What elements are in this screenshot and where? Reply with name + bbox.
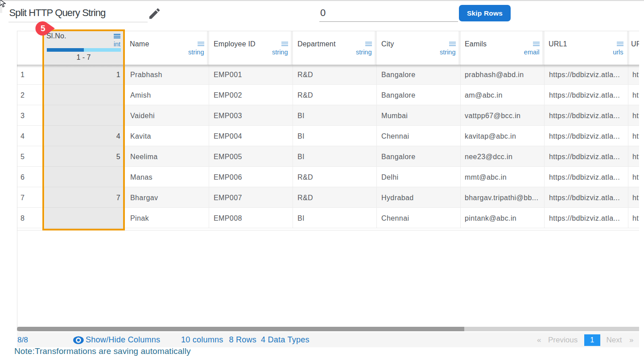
svg-text:5: 5 bbox=[41, 24, 45, 33]
